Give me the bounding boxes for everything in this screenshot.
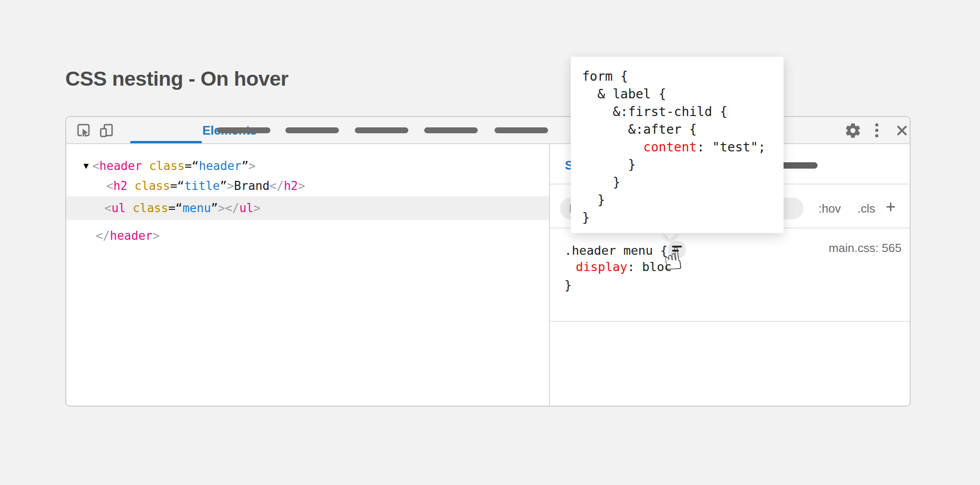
kebab-menu-icon[interactable] (875, 123, 878, 137)
tab-elements-underline (130, 141, 202, 143)
tab-placeholder[interactable] (285, 127, 339, 133)
page-title: CSS nesting - On hover (65, 67, 289, 91)
rule-declaration[interactable]: display: bloc (576, 256, 671, 278)
class-toggle[interactable]: .cls (858, 198, 875, 219)
rule-close-brace: } (564, 274, 572, 296)
close-icon[interactable] (895, 124, 909, 137)
page: CSS nesting - On hover Elements (0, 0, 980, 485)
settings-gear-icon[interactable] (844, 122, 860, 137)
rule-source-link[interactable]: main.css: 565 (829, 242, 902, 254)
pseudo-state-toggle[interactable]: :hov (818, 198, 841, 219)
elements-panel: ▼<header class=“header”> <h2 class=“titl… (66, 144, 549, 407)
tab-placeholder[interactable] (355, 127, 408, 133)
new-style-rule-button[interactable]: + (886, 196, 896, 218)
dom-node-header-close[interactable]: </header> (66, 225, 549, 247)
tab-placeholder[interactable] (424, 127, 478, 133)
inspect-icon[interactable] (76, 123, 92, 138)
tooltip-code-block: form { & label { &:first-child { &:after… (582, 68, 766, 227)
devtools-window: Elements ▼<header class=“header”> <h2 cl… (65, 116, 911, 407)
device-toolbar-icon[interactable] (99, 123, 114, 138)
divider (550, 321, 911, 322)
dom-node-ul-selected[interactable]: <ul class=“menu”></ul> (66, 196, 549, 220)
tab-placeholder[interactable] (495, 127, 548, 133)
tab-placeholder[interactable] (217, 127, 270, 133)
nested-css-tooltip: form { & label { &:first-child { &:after… (571, 57, 784, 233)
dom-node-header-open[interactable]: ▼<header class=“header”> (66, 155, 549, 177)
dom-node-h2[interactable]: <h2 class=“title”>Brand</h2> (66, 175, 549, 197)
